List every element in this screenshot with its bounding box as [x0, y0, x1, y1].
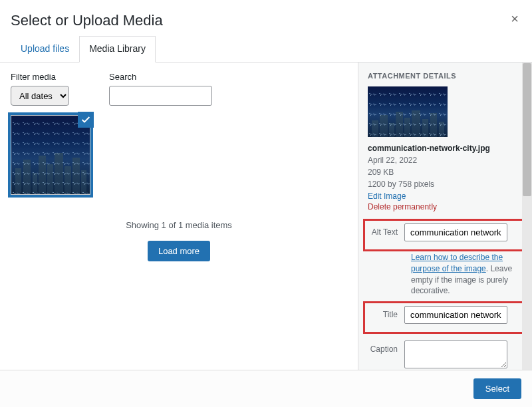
search-group: Search [109, 72, 212, 106]
alt-text-highlight: Alt Text [363, 219, 527, 251]
edit-image-link[interactable]: Edit Image [368, 192, 523, 201]
caption-input[interactable] [404, 340, 507, 368]
media-browser: Filter media All dates Search [0, 63, 358, 407]
tab-upload-files[interactable]: Upload files [11, 36, 79, 63]
media-thumbnail[interactable] [11, 115, 90, 195]
tab-bar: Upload files Media Library [0, 36, 532, 63]
modal-body: Filter media All dates Search [0, 63, 532, 407]
alt-text-input[interactable] [404, 223, 507, 241]
media-modal: Select or Upload Media × Upload files Me… [0, 0, 532, 407]
title-highlight: Title [363, 301, 527, 334]
attachment-date: April 22, 2022 [368, 154, 523, 166]
attachment-filename: communication-network-city.jpg [368, 144, 523, 153]
search-input[interactable] [109, 86, 212, 106]
attachment-preview [368, 86, 448, 137]
modal-header: Select or Upload Media × [0, 0, 532, 36]
media-count-status: Showing 1 of 1 media items [11, 220, 347, 230]
caption-label: Caption [368, 340, 404, 354]
tab-media-library[interactable]: Media Library [79, 36, 156, 63]
attachment-details-sidebar: ATTACHMENT DETAILS commu [358, 63, 532, 407]
media-toolbar: Filter media All dates Search [11, 72, 347, 106]
select-button[interactable]: Select [473, 378, 521, 399]
modal-title: Select or Upload Media [11, 12, 163, 29]
media-grid [11, 115, 347, 195]
attachment-dimensions: 1200 by 758 pixels [368, 178, 523, 190]
modal-footer: Select [0, 370, 532, 407]
sidebar-heading: ATTACHMENT DETAILS [368, 72, 523, 80]
filter-label: Filter media [11, 72, 69, 82]
alt-text-label: Alt Text [368, 223, 404, 237]
close-icon[interactable]: × [508, 12, 521, 25]
attachment-fields: Alt Text Learn how to describe the purpo… [368, 219, 523, 370]
search-label: Search [109, 72, 212, 82]
alt-text-help: Learn how to describe the purpose of the… [411, 252, 523, 297]
title-input[interactable] [404, 306, 507, 324]
checkmark-icon [78, 112, 94, 128]
date-filter-select[interactable]: All dates [11, 86, 69, 106]
title-label: Title [368, 306, 404, 319]
attachment-filesize: 209 KB [368, 166, 523, 178]
load-more-button[interactable]: Load more [148, 241, 210, 261]
delete-permanently-link[interactable]: Delete permanently [368, 202, 523, 211]
scrollbar[interactable] [522, 63, 532, 407]
filter-group: Filter media All dates [11, 72, 69, 106]
